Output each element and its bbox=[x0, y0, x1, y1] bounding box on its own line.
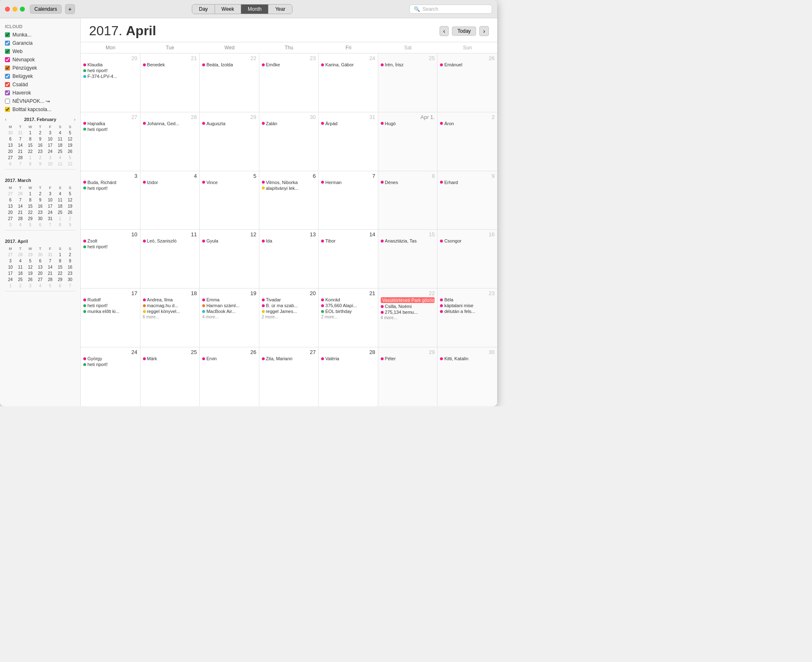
mini-cal-day[interactable]: 6 bbox=[6, 197, 15, 203]
tab-week[interactable]: Week bbox=[215, 5, 241, 14]
mini-cal-day[interactable]: 9 bbox=[36, 161, 45, 167]
event-more[interactable]: 6 more... bbox=[143, 315, 197, 319]
calendar-event[interactable]: heti riport! bbox=[83, 362, 138, 367]
prev-month-button[interactable]: ‹ bbox=[440, 26, 449, 36]
mini-cal-day[interactable]: 21 bbox=[16, 210, 25, 215]
calendar-event[interactable]: B. úr ma szab... bbox=[262, 303, 316, 308]
sidebar-calendar-item[interactable]: NÉVNAPOK... ↝ bbox=[0, 97, 80, 105]
event-more[interactable]: 4 more... bbox=[381, 315, 435, 320]
calendar-event[interactable]: Ervin bbox=[202, 356, 256, 361]
calendar-event[interactable]: 375,660 Alapí... bbox=[321, 303, 375, 308]
calendar-event[interactable]: Emánuel bbox=[440, 62, 495, 67]
calendar-day[interactable]: 21Benedek bbox=[140, 53, 200, 112]
calendar-event[interactable]: káptalani mise bbox=[440, 303, 495, 308]
calendar-event[interactable]: Gyula bbox=[202, 238, 256, 243]
mini-cal-day[interactable]: 11 bbox=[56, 136, 65, 142]
calendar-event[interactable]: Anasztázia, Tas bbox=[381, 238, 435, 243]
mini-cal-day[interactable]: 29 bbox=[26, 216, 35, 221]
mini-cal-day[interactable]: 2 bbox=[65, 216, 75, 221]
calendar-event[interactable]: heti riport! bbox=[83, 303, 138, 308]
calendar-event[interactable]: Herman bbox=[321, 180, 375, 185]
mini-cal-day[interactable]: 8 bbox=[26, 197, 35, 203]
calendar-event[interactable]: MacBook Air... bbox=[202, 309, 256, 314]
today-button[interactable]: Today bbox=[452, 27, 476, 36]
calendar-event[interactable]: reggel könyvel... bbox=[143, 309, 197, 314]
calendar-checkbox[interactable] bbox=[5, 82, 10, 87]
mini-cal-day[interactable]: 8 bbox=[26, 161, 35, 167]
mini-cal-day[interactable]: 13 bbox=[6, 204, 15, 209]
mini-cal-day[interactable]: 8 bbox=[26, 136, 35, 142]
calendar-day[interactable]: 19EmmaHarman száml...MacBook Air...4 mor… bbox=[200, 289, 259, 347]
calendar-day[interactable]: 26Emánuel bbox=[437, 53, 497, 112]
mini-cal-day[interactable]: 17 bbox=[46, 143, 55, 148]
mini-cal-day[interactable]: 15 bbox=[56, 264, 65, 270]
mini-cal-day[interactable]: 1 bbox=[56, 252, 65, 257]
calendar-event[interactable]: Andrea, Ilma bbox=[143, 297, 197, 302]
next-month-button[interactable]: › bbox=[479, 26, 489, 36]
mini-cal-day[interactable]: 7 bbox=[16, 161, 25, 167]
mini-cal-day[interactable]: 30 bbox=[65, 277, 75, 282]
maximize-button[interactable] bbox=[20, 7, 25, 12]
mini-cal-day[interactable]: 31 bbox=[46, 252, 55, 257]
mini-cal-day[interactable]: 10 bbox=[46, 161, 55, 167]
sidebar-calendar-item[interactable]: Névnapok bbox=[0, 56, 80, 64]
mini-cal-day[interactable]: 16 bbox=[65, 264, 75, 270]
mini-cal-day[interactable]: 11 bbox=[16, 264, 25, 270]
calendar-day[interactable]: Apr 1.Hugó bbox=[378, 112, 438, 171]
calendar-day[interactable]: 10Zsoltheti riport! bbox=[81, 230, 140, 288]
mini-cal-day[interactable]: 5 bbox=[26, 258, 35, 264]
calendar-event[interactable]: György bbox=[83, 356, 138, 361]
calendar-checkbox[interactable] bbox=[5, 65, 10, 70]
mini-cal-day[interactable]: 1 bbox=[6, 283, 15, 289]
mini-cal-day[interactable]: 12 bbox=[65, 136, 75, 142]
mini-cal-day[interactable]: 1 bbox=[26, 130, 35, 136]
calendar-event[interactable]: Klaudia bbox=[83, 62, 138, 67]
sidebar-calendar-item[interactable]: Belügyek bbox=[0, 72, 80, 80]
mini-cal-day[interactable]: 26 bbox=[65, 210, 75, 215]
mini-cal-day[interactable]: 28 bbox=[16, 191, 25, 196]
mini-cal-day[interactable]: 19 bbox=[65, 143, 75, 148]
calendar-day[interactable]: 27Zita, Mariann bbox=[259, 347, 319, 406]
calendar-event[interactable]: Valéria bbox=[321, 356, 375, 361]
calendars-button[interactable]: Calendars bbox=[30, 5, 62, 14]
mini-cal-day[interactable]: 22 bbox=[26, 210, 35, 215]
calendar-event[interactable]: Leó, Szaniszló bbox=[143, 238, 197, 243]
mini-cal-day[interactable]: 4 bbox=[56, 130, 65, 136]
calendar-event[interactable]: Irén, Írisz bbox=[381, 62, 435, 67]
calendar-event[interactable]: Béla bbox=[440, 297, 495, 302]
sidebar-calendar-item[interactable]: Haverok bbox=[0, 89, 80, 97]
mini-cal-day[interactable]: 10 bbox=[46, 136, 55, 142]
mini-cal-day[interactable]: 13 bbox=[36, 264, 45, 270]
mini-cal-day[interactable]: 21 bbox=[46, 271, 55, 276]
mini-cal-day[interactable]: 6 bbox=[6, 161, 15, 167]
calendar-event[interactable]: Benedek bbox=[143, 62, 197, 67]
calendar-day[interactable]: 24Györgyheti riport! bbox=[81, 347, 140, 406]
mini-cal-day[interactable]: 2 bbox=[65, 252, 75, 257]
calendar-day[interactable]: 23Bélakáptalani misedélután a fels... bbox=[437, 289, 497, 347]
mini-cal-day[interactable]: 7 bbox=[46, 222, 55, 228]
mini-cal-day[interactable]: 9 bbox=[36, 136, 45, 142]
calendar-event[interactable]: Izidor bbox=[143, 180, 197, 185]
calendar-event[interactable]: F-374-LPV-4... bbox=[83, 74, 138, 79]
mini-cal-day[interactable]: 24 bbox=[46, 149, 55, 154]
calendar-event[interactable]: Áron bbox=[440, 121, 495, 126]
calendar-day[interactable]: 29Auguszta bbox=[200, 112, 259, 171]
calendar-day[interactable]: 12Gyula bbox=[200, 230, 259, 288]
mini-cal-day[interactable]: 28 bbox=[16, 252, 25, 257]
mini-cal-day[interactable]: 29 bbox=[26, 252, 35, 257]
mini-cal-day[interactable]: 18 bbox=[56, 143, 65, 148]
calendar-event[interactable]: EOL birthday bbox=[321, 309, 375, 314]
mini-cal-day[interactable]: 24 bbox=[46, 210, 55, 215]
mini-cal-day[interactable]: 31 bbox=[46, 216, 55, 221]
mini-cal-day[interactable]: 19 bbox=[65, 204, 75, 209]
calendar-day[interactable]: 11Leó, Szaniszló bbox=[140, 230, 200, 288]
mini-cal-day[interactable]: 4 bbox=[16, 258, 25, 264]
mini-cal-prev[interactable]: ‹ bbox=[5, 117, 6, 122]
calendar-event[interactable]: Vilmos, Niborka bbox=[262, 180, 316, 185]
calendar-day[interactable]: 2Áron bbox=[437, 112, 497, 171]
mini-cal-day[interactable]: 6 bbox=[36, 222, 45, 228]
calendar-day[interactable]: 8Dénes bbox=[378, 171, 438, 230]
calendar-event[interactable]: Vince bbox=[202, 180, 256, 185]
mini-cal-day[interactable]: 13 bbox=[6, 143, 15, 148]
mini-cal-day[interactable]: 5 bbox=[65, 191, 75, 196]
